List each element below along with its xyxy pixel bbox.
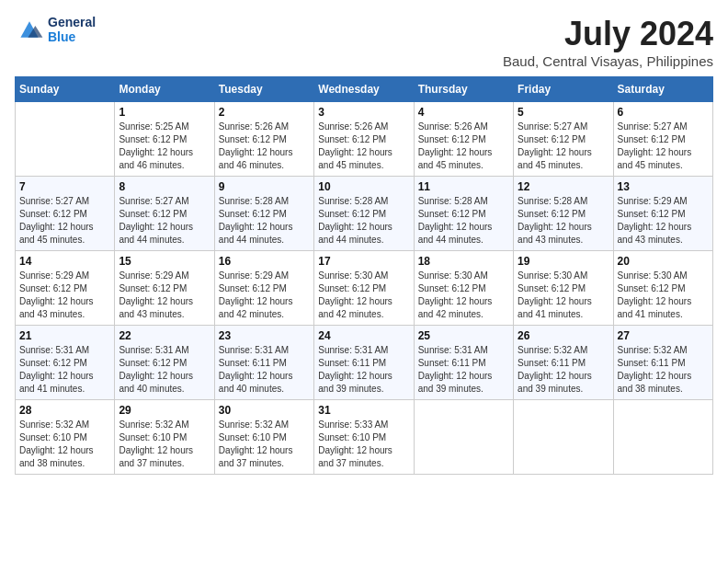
day-number: 17 bbox=[318, 255, 409, 268]
header: General Blue July 2024 Baud, Central Vis… bbox=[15, 15, 713, 69]
day-info: Sunrise: 5:29 AM Sunset: 6:12 PM Dayligh… bbox=[119, 270, 210, 321]
calendar-cell: 23Sunrise: 5:31 AM Sunset: 6:11 PM Dayli… bbox=[214, 326, 313, 400]
calendar-cell: 14Sunrise: 5:29 AM Sunset: 6:12 PM Dayli… bbox=[16, 251, 115, 326]
day-number: 5 bbox=[518, 106, 609, 119]
calendar-cell: 30Sunrise: 5:32 AM Sunset: 6:10 PM Dayli… bbox=[214, 400, 313, 475]
weekday-header-cell: Friday bbox=[514, 77, 613, 102]
day-number: 14 bbox=[19, 255, 110, 268]
calendar-cell: 3Sunrise: 5:26 AM Sunset: 6:12 PM Daylig… bbox=[314, 102, 414, 177]
calendar-cell bbox=[514, 400, 613, 475]
day-info: Sunrise: 5:31 AM Sunset: 6:11 PM Dayligh… bbox=[418, 344, 509, 396]
calendar-cell: 9Sunrise: 5:28 AM Sunset: 6:12 PM Daylig… bbox=[214, 177, 313, 251]
day-number: 4 bbox=[418, 106, 509, 119]
calendar-cell: 19Sunrise: 5:30 AM Sunset: 6:12 PM Dayli… bbox=[514, 251, 613, 326]
logo-icon bbox=[15, 17, 44, 42]
day-number: 24 bbox=[318, 329, 409, 342]
logo-text: General Blue bbox=[48, 15, 96, 44]
day-info: Sunrise: 5:32 AM Sunset: 6:11 PM Dayligh… bbox=[518, 344, 609, 396]
day-info: Sunrise: 5:30 AM Sunset: 6:12 PM Dayligh… bbox=[618, 270, 709, 321]
day-number: 12 bbox=[518, 180, 609, 193]
day-number: 29 bbox=[119, 404, 210, 417]
day-number: 22 bbox=[119, 329, 210, 342]
day-info: Sunrise: 5:30 AM Sunset: 6:12 PM Dayligh… bbox=[318, 270, 409, 321]
day-number: 9 bbox=[219, 180, 310, 193]
calendar-cell: 28Sunrise: 5:32 AM Sunset: 6:10 PM Dayli… bbox=[16, 400, 115, 475]
calendar-week-row: 28Sunrise: 5:32 AM Sunset: 6:10 PM Dayli… bbox=[16, 400, 713, 475]
day-info: Sunrise: 5:28 AM Sunset: 6:12 PM Dayligh… bbox=[318, 195, 409, 247]
day-number: 23 bbox=[219, 329, 310, 342]
day-info: Sunrise: 5:33 AM Sunset: 6:10 PM Dayligh… bbox=[318, 419, 409, 470]
day-info: Sunrise: 5:31 AM Sunset: 6:12 PM Dayligh… bbox=[19, 344, 110, 396]
day-number: 21 bbox=[19, 329, 110, 342]
calendar-body: 1Sunrise: 5:25 AM Sunset: 6:12 PM Daylig… bbox=[16, 102, 713, 475]
day-number: 6 bbox=[618, 106, 709, 119]
calendar-cell: 12Sunrise: 5:28 AM Sunset: 6:12 PM Dayli… bbox=[514, 177, 613, 251]
day-number: 1 bbox=[119, 106, 210, 119]
day-info: Sunrise: 5:29 AM Sunset: 6:12 PM Dayligh… bbox=[19, 270, 110, 321]
day-info: Sunrise: 5:27 AM Sunset: 6:12 PM Dayligh… bbox=[618, 121, 709, 172]
day-info: Sunrise: 5:28 AM Sunset: 6:12 PM Dayligh… bbox=[219, 195, 310, 247]
day-number: 3 bbox=[318, 106, 409, 119]
calendar-cell: 5Sunrise: 5:27 AM Sunset: 6:12 PM Daylig… bbox=[514, 102, 613, 177]
calendar-cell: 24Sunrise: 5:31 AM Sunset: 6:11 PM Dayli… bbox=[314, 326, 414, 400]
day-number: 16 bbox=[219, 255, 310, 268]
calendar-cell: 2Sunrise: 5:26 AM Sunset: 6:12 PM Daylig… bbox=[214, 102, 313, 177]
day-info: Sunrise: 5:29 AM Sunset: 6:12 PM Dayligh… bbox=[219, 270, 310, 321]
calendar-cell: 26Sunrise: 5:32 AM Sunset: 6:11 PM Dayli… bbox=[514, 326, 613, 400]
calendar-cell: 15Sunrise: 5:29 AM Sunset: 6:12 PM Dayli… bbox=[115, 251, 214, 326]
calendar-subtitle: Baud, Central Visayas, Philippines bbox=[503, 53, 713, 69]
calendar-week-row: 1Sunrise: 5:25 AM Sunset: 6:12 PM Daylig… bbox=[16, 102, 713, 177]
calendar-cell bbox=[16, 102, 115, 177]
weekday-header-cell: Wednesday bbox=[314, 77, 414, 102]
weekday-header-cell: Tuesday bbox=[214, 77, 313, 102]
day-number: 20 bbox=[618, 255, 709, 268]
day-info: Sunrise: 5:28 AM Sunset: 6:12 PM Dayligh… bbox=[418, 195, 509, 247]
day-info: Sunrise: 5:30 AM Sunset: 6:12 PM Dayligh… bbox=[418, 270, 509, 321]
day-number: 7 bbox=[19, 180, 110, 193]
calendar-week-row: 21Sunrise: 5:31 AM Sunset: 6:12 PM Dayli… bbox=[16, 326, 713, 400]
calendar-cell: 27Sunrise: 5:32 AM Sunset: 6:11 PM Dayli… bbox=[613, 326, 712, 400]
weekday-header-cell: Thursday bbox=[414, 77, 513, 102]
calendar-week-row: 14Sunrise: 5:29 AM Sunset: 6:12 PM Dayli… bbox=[16, 251, 713, 326]
day-info: Sunrise: 5:30 AM Sunset: 6:12 PM Dayligh… bbox=[518, 270, 609, 321]
day-info: Sunrise: 5:32 AM Sunset: 6:10 PM Dayligh… bbox=[219, 419, 310, 470]
calendar-cell: 21Sunrise: 5:31 AM Sunset: 6:12 PM Dayli… bbox=[16, 326, 115, 400]
calendar-week-row: 7Sunrise: 5:27 AM Sunset: 6:12 PM Daylig… bbox=[16, 177, 713, 251]
calendar-cell: 31Sunrise: 5:33 AM Sunset: 6:10 PM Dayli… bbox=[314, 400, 414, 475]
day-info: Sunrise: 5:27 AM Sunset: 6:12 PM Dayligh… bbox=[19, 195, 110, 247]
day-info: Sunrise: 5:32 AM Sunset: 6:10 PM Dayligh… bbox=[19, 419, 110, 470]
day-info: Sunrise: 5:26 AM Sunset: 6:12 PM Dayligh… bbox=[418, 121, 509, 172]
weekday-header-row: SundayMondayTuesdayWednesdayThursdayFrid… bbox=[16, 77, 713, 102]
calendar-cell: 8Sunrise: 5:27 AM Sunset: 6:12 PM Daylig… bbox=[115, 177, 214, 251]
day-number: 25 bbox=[418, 329, 509, 342]
day-info: Sunrise: 5:31 AM Sunset: 6:11 PM Dayligh… bbox=[318, 344, 409, 396]
calendar-cell: 17Sunrise: 5:30 AM Sunset: 6:12 PM Dayli… bbox=[314, 251, 414, 326]
calendar-cell bbox=[414, 400, 513, 475]
calendar-cell: 16Sunrise: 5:29 AM Sunset: 6:12 PM Dayli… bbox=[214, 251, 313, 326]
day-info: Sunrise: 5:27 AM Sunset: 6:12 PM Dayligh… bbox=[119, 195, 210, 247]
calendar-cell: 13Sunrise: 5:29 AM Sunset: 6:12 PM Dayli… bbox=[613, 177, 712, 251]
calendar-cell: 4Sunrise: 5:26 AM Sunset: 6:12 PM Daylig… bbox=[414, 102, 513, 177]
day-info: Sunrise: 5:26 AM Sunset: 6:12 PM Dayligh… bbox=[318, 121, 409, 172]
day-info: Sunrise: 5:32 AM Sunset: 6:10 PM Dayligh… bbox=[119, 419, 210, 470]
calendar-cell: 7Sunrise: 5:27 AM Sunset: 6:12 PM Daylig… bbox=[16, 177, 115, 251]
calendar-cell: 1Sunrise: 5:25 AM Sunset: 6:12 PM Daylig… bbox=[115, 102, 214, 177]
day-number: 15 bbox=[119, 255, 210, 268]
weekday-header-cell: Sunday bbox=[16, 77, 115, 102]
logo: General Blue bbox=[15, 15, 96, 44]
calendar-cell: 20Sunrise: 5:30 AM Sunset: 6:12 PM Dayli… bbox=[613, 251, 712, 326]
calendar-cell: 10Sunrise: 5:28 AM Sunset: 6:12 PM Dayli… bbox=[314, 177, 414, 251]
day-number: 13 bbox=[618, 180, 709, 193]
day-info: Sunrise: 5:29 AM Sunset: 6:12 PM Dayligh… bbox=[618, 195, 709, 247]
weekday-header-cell: Saturday bbox=[613, 77, 712, 102]
day-info: Sunrise: 5:27 AM Sunset: 6:12 PM Dayligh… bbox=[518, 121, 609, 172]
calendar-cell: 22Sunrise: 5:31 AM Sunset: 6:12 PM Dayli… bbox=[115, 326, 214, 400]
day-number: 19 bbox=[518, 255, 609, 268]
calendar-cell: 25Sunrise: 5:31 AM Sunset: 6:11 PM Dayli… bbox=[414, 326, 513, 400]
day-info: Sunrise: 5:25 AM Sunset: 6:12 PM Dayligh… bbox=[119, 121, 210, 172]
day-number: 27 bbox=[618, 329, 709, 342]
day-number: 8 bbox=[119, 180, 210, 193]
title-area: July 2024 Baud, Central Visayas, Philipp… bbox=[503, 15, 713, 69]
calendar-cell bbox=[613, 400, 712, 475]
day-info: Sunrise: 5:28 AM Sunset: 6:12 PM Dayligh… bbox=[518, 195, 609, 247]
